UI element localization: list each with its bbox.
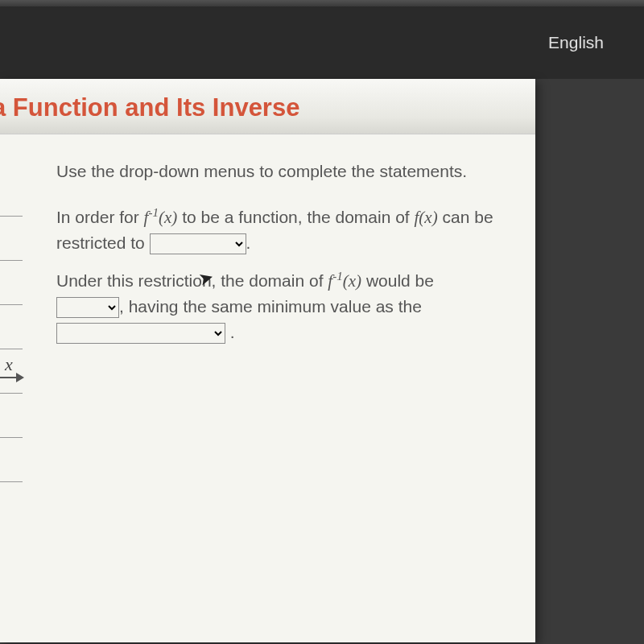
statement-1: In order for f-1(x) to be a function, th…	[56, 204, 511, 256]
f-of-x: f(x)	[415, 208, 438, 227]
header-band: a Function and Its Inverse	[0, 79, 535, 134]
dropdown-domain-restriction[interactable]	[150, 233, 246, 254]
instruction-text: Use the drop-down menus to complete the …	[56, 159, 511, 184]
f-inverse: f-1(x)	[144, 208, 178, 227]
dropdown-minimum-comparison[interactable]	[56, 323, 225, 344]
content-panel: a Function and Its Inverse x Use the dro…	[0, 79, 535, 642]
statement-2: Under this restriction, the domain of f-…	[56, 267, 511, 345]
page-title: a Function and Its Inverse	[0, 93, 535, 122]
body-area: Use the drop-down menus to complete the …	[0, 134, 535, 380]
dropdown-domain-value[interactable]	[56, 297, 119, 318]
top-bar: English	[0, 6, 644, 79]
language-label[interactable]: English	[548, 33, 604, 52]
f-inverse-2: f-1(x)	[328, 271, 361, 291]
